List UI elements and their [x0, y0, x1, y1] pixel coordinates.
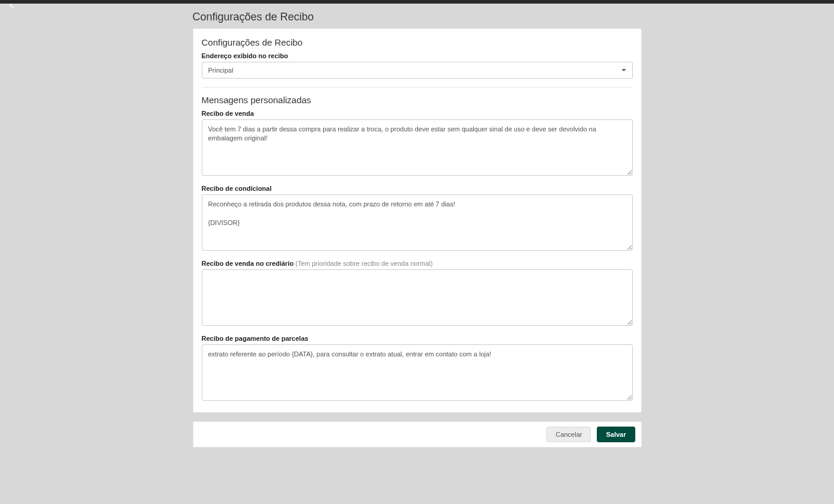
installment-receipt-group: Recibo de pagamento de parcelas [202, 335, 633, 403]
installment-receipt-label: Recibo de pagamento de parcelas [202, 335, 633, 342]
topbar [0, 0, 834, 4]
caret-down-icon [621, 69, 626, 71]
address-field-group: Endereço exibido no recibo Principal [202, 52, 633, 79]
address-label: Endereço exibido no recibo [202, 52, 633, 59]
conditional-receipt-textarea[interactable] [202, 194, 633, 251]
credit-sale-receipt-hint: (Tem prioridade sobre recibo de venda no… [295, 260, 433, 267]
address-dropdown[interactable]: Principal [202, 62, 633, 79]
address-dropdown-value: Principal [208, 67, 234, 74]
installment-receipt-textarea[interactable] [202, 344, 633, 401]
conditional-receipt-label: Recibo de condicional [202, 185, 633, 192]
receipt-config-card: Configurações de Recibo Endereço exibido… [193, 28, 642, 413]
sale-receipt-group: Recibo de venda [202, 110, 633, 178]
section-messages-title: Mensagens personalizadas [202, 95, 633, 105]
main-container: Configurações de Recibo Configurações de… [193, 11, 642, 448]
save-button[interactable]: Salvar [597, 427, 635, 442]
page-title: Configurações de Recibo [193, 11, 642, 23]
conditional-receipt-group: Recibo de condicional [202, 185, 633, 253]
credit-sale-receipt-group: Recibo de venda no crediário (Tem priori… [202, 260, 633, 328]
cancel-button[interactable]: Cancelar [546, 427, 591, 442]
sale-receipt-textarea[interactable] [202, 119, 633, 176]
action-bar: Cancelar Salvar [193, 421, 642, 448]
credit-sale-receipt-textarea[interactable] [202, 269, 633, 326]
section-divider [202, 87, 633, 88]
section-receipt-title: Configurações de Recibo [202, 37, 633, 47]
credit-sale-receipt-label-text: Recibo de venda no crediário [202, 260, 294, 267]
sale-receipt-label: Recibo de venda [202, 110, 633, 117]
credit-sale-receipt-label: Recibo de venda no crediário (Tem priori… [202, 260, 633, 267]
